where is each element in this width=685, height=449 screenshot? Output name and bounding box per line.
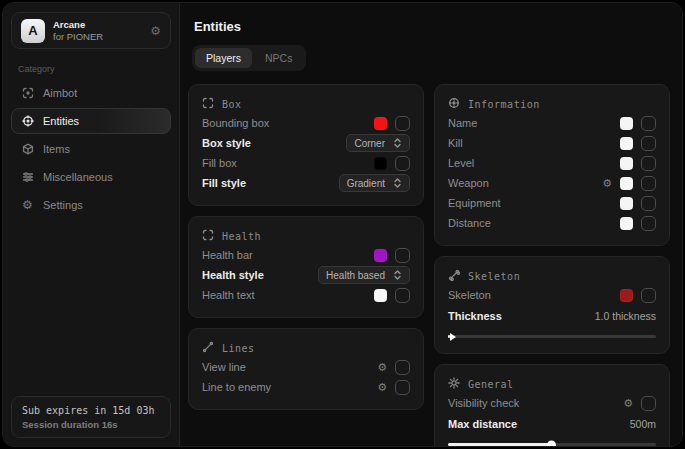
gear-icon[interactable]: ⚙ — [602, 178, 612, 189]
sidebar-item-miscellaneous[interactable]: Miscellaneous — [11, 164, 171, 190]
color-swatch[interactable] — [620, 289, 633, 302]
setting-row-box-style: Box style Corner — [202, 133, 410, 153]
panel-box: Box Bounding box Box style Corner — [188, 84, 424, 206]
equipment-checkbox[interactable] — [641, 196, 656, 211]
sun-icon — [448, 377, 460, 391]
setting-label: Max distance — [448, 418, 517, 430]
health-bar-checkbox[interactable] — [395, 248, 410, 263]
panel-title: Skeleton — [468, 271, 520, 282]
sidebar-item-label: Items — [43, 143, 70, 155]
dropdown-value: Gradient — [347, 178, 385, 189]
setting-label: Bounding box — [202, 117, 269, 129]
view-line-checkbox[interactable] — [395, 360, 410, 375]
gear-icon[interactable]: ⚙ — [150, 24, 161, 38]
sidebar-item-label: Entities — [43, 115, 79, 127]
session-duration-text: Session duration 16s — [22, 419, 160, 430]
color-swatch[interactable] — [374, 157, 387, 170]
distance-checkbox[interactable] — [641, 216, 656, 231]
panel-skeleton: Skeleton Skeleton Thickness 1.0 thicknes… — [434, 256, 670, 354]
left-column: Box Bounding box Box style Corner — [188, 84, 424, 410]
app-name: Arcane — [53, 19, 103, 31]
main-content: Entities Players NPCs Box — [180, 3, 682, 446]
gear-icon[interactable]: ⚙ — [623, 398, 633, 409]
health-text-checkbox[interactable] — [395, 288, 410, 303]
gear-icon[interactable]: ⚙ — [377, 382, 387, 393]
color-swatch[interactable] — [620, 137, 633, 150]
setting-row-kill: Kill — [448, 133, 656, 153]
thickness-slider-fill — [448, 335, 450, 338]
tab-bar: Players NPCs — [192, 45, 306, 71]
color-swatch[interactable] — [620, 117, 633, 130]
setting-row-health-style: Health style Health based — [202, 265, 410, 285]
box-style-dropdown[interactable]: Corner — [346, 134, 410, 152]
max-distance-slider-fill — [448, 443, 552, 446]
setting-row-max-distance: Max distance 500m — [448, 413, 656, 434]
line-to-enemy-checkbox[interactable] — [395, 380, 410, 395]
setting-label: Fill box — [202, 157, 237, 169]
panel-information: Information Name Kill — [434, 84, 670, 246]
setting-row-skeleton: Skeleton — [448, 285, 656, 305]
panel-lines: Lines View line ⚙ Line to enemy ⚙ — [188, 328, 424, 410]
health-scan-icon — [202, 229, 214, 243]
sidebar-item-label: Settings — [43, 199, 83, 211]
panel-title: Information — [468, 99, 540, 110]
visibility-check-checkbox[interactable] — [641, 396, 656, 411]
sidebar-item-label: Miscellaneous — [43, 171, 113, 183]
setting-row-fill-style: Fill style Gradient — [202, 173, 410, 193]
sidebar-item-label: Aimbot — [43, 87, 77, 99]
setting-label: Level — [448, 157, 474, 169]
logo-card: A Arcane for PIONER ⚙ — [11, 12, 171, 49]
max-distance-slider-thumb[interactable] — [547, 440, 556, 446]
setting-label: Health text — [202, 289, 255, 301]
panel-title: General — [468, 379, 514, 390]
sliders-icon — [21, 171, 34, 183]
fill-style-dropdown[interactable]: Gradient — [339, 174, 410, 192]
kill-checkbox[interactable] — [641, 136, 656, 151]
setting-row-visibility-check: Visibility check ⚙ — [448, 393, 656, 413]
unfold-icon — [393, 178, 402, 188]
setting-label: Distance — [448, 217, 491, 229]
unfold-icon — [393, 270, 402, 280]
color-swatch[interactable] — [374, 249, 387, 262]
tab-npcs[interactable]: NPCs — [254, 48, 303, 68]
dropdown-value: Health based — [326, 270, 385, 281]
thickness-slider-thumb[interactable] — [450, 333, 456, 341]
name-checkbox[interactable] — [641, 116, 656, 131]
color-swatch[interactable] — [374, 117, 387, 130]
setting-row-bounding-box: Bounding box — [202, 113, 410, 133]
setting-row-equipment: Equipment — [448, 193, 656, 213]
sidebar-item-settings[interactable]: ⚙ Settings — [11, 192, 171, 218]
color-swatch[interactable] — [620, 157, 633, 170]
level-checkbox[interactable] — [641, 156, 656, 171]
thickness-value: 1.0 thickness — [595, 310, 656, 322]
color-swatch[interactable] — [620, 177, 633, 190]
color-swatch[interactable] — [620, 197, 633, 210]
skeleton-checkbox[interactable] — [641, 288, 656, 303]
setting-label: Health style — [202, 269, 264, 281]
panel-general: General Visibility check ⚙ Max distance … — [434, 364, 670, 446]
setting-label: Skeleton — [448, 289, 491, 301]
sidebar-item-entities[interactable]: Entities — [11, 108, 171, 134]
setting-row-level: Level — [448, 153, 656, 173]
setting-row-fill-box: Fill box — [202, 153, 410, 173]
max-distance-slider[interactable] — [448, 440, 656, 446]
gear-icon[interactable]: ⚙ — [377, 362, 387, 373]
fill-box-checkbox[interactable] — [395, 156, 410, 171]
panel-grid: Box Bounding box Box style Corner — [188, 84, 670, 446]
setting-row-thickness: Thickness 1.0 thickness — [448, 305, 656, 326]
setting-label: Name — [448, 117, 477, 129]
tab-players[interactable]: Players — [195, 48, 252, 68]
page-title: Entities — [194, 19, 670, 34]
items-icon — [21, 143, 34, 155]
health-style-dropdown[interactable]: Health based — [318, 266, 410, 284]
color-swatch[interactable] — [374, 289, 387, 302]
sidebar-item-aimbot[interactable]: Aimbot — [11, 80, 171, 106]
sidebar-item-items[interactable]: Items — [11, 136, 171, 162]
weapon-checkbox[interactable] — [641, 176, 656, 191]
color-swatch[interactable] — [620, 217, 633, 230]
app-window: A Arcane for PIONER ⚙ Category Aimbot — [2, 2, 683, 447]
bounding-box-checkbox[interactable] — [395, 116, 410, 131]
panel-title: Lines — [222, 343, 255, 354]
sub-expires-text: Sub expires in 15d 03h — [22, 405, 160, 416]
thickness-slider[interactable] — [448, 332, 656, 341]
